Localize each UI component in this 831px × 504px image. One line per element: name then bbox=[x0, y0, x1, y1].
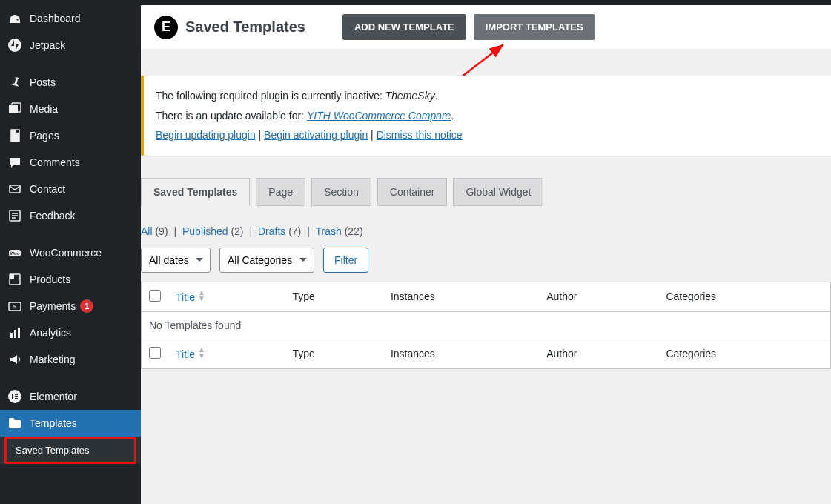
sidebar-item-label: Templates bbox=[30, 417, 77, 429]
sidebar-item-pages[interactable]: Pages bbox=[0, 122, 141, 149]
sidebar-item-label: Payments bbox=[30, 300, 76, 312]
comments-icon bbox=[7, 155, 22, 170]
tab-page[interactable]: Page bbox=[256, 178, 305, 206]
sidebar-item-elementor[interactable]: Elementor bbox=[0, 383, 141, 410]
sidebar-item-analytics[interactable]: Analytics bbox=[0, 319, 141, 346]
sidebar-submenu-saved-templates[interactable]: Saved Templates bbox=[4, 437, 136, 464]
filter-published-count: (2) bbox=[231, 225, 243, 237]
sort-icon: ▲▼ bbox=[198, 347, 205, 359]
begin-activating-plugin-link[interactable]: Begin activating plugin bbox=[264, 129, 368, 141]
products-icon bbox=[7, 272, 22, 287]
svg-text:$: $ bbox=[13, 303, 17, 310]
table-filters: All dates All Categories Filter bbox=[141, 248, 831, 273]
filter-all-link[interactable]: All bbox=[141, 225, 153, 237]
date-filter-select[interactable]: All dates bbox=[141, 248, 211, 273]
pages-icon bbox=[7, 128, 22, 143]
filter-drafts-count: (7) bbox=[288, 225, 301, 237]
table-empty-message: No Templates found bbox=[142, 311, 831, 339]
template-type-tabs: Saved TemplatesPageSectionContainerGloba… bbox=[141, 178, 831, 206]
sidebar-item-posts[interactable]: Posts bbox=[0, 69, 141, 96]
sidebar-item-label: Elementor bbox=[30, 391, 77, 402]
sidebar-item-feedback[interactable]: Feedback bbox=[0, 202, 141, 229]
sidebar-item-woocommerce[interactable]: WooWooCommerce bbox=[0, 239, 141, 266]
jetpack-icon bbox=[7, 38, 22, 53]
col-title-sort-footer[interactable]: Title▲▼ bbox=[176, 348, 205, 360]
sidebar-item-label: Products bbox=[30, 273, 70, 285]
dismiss-notice-link[interactable]: Dismiss this notice bbox=[377, 129, 463, 141]
sidebar-item-label: Analytics bbox=[30, 327, 71, 339]
sidebar-item-comments[interactable]: Comments bbox=[0, 149, 141, 176]
tab-section[interactable]: Section bbox=[311, 178, 371, 206]
col-categories: Categories bbox=[658, 282, 830, 311]
col-title-sort[interactable]: Title▲▼ bbox=[176, 291, 205, 303]
svg-rect-18 bbox=[15, 396, 18, 397]
col-instances: Instances bbox=[383, 282, 539, 311]
sidebar-item-label: Jetpack bbox=[30, 39, 65, 51]
category-filter-select[interactable]: All Categories bbox=[219, 248, 314, 273]
sidebar-item-label: Posts bbox=[30, 76, 56, 88]
subsubsub-filter: All (9) | Published (2) | Drafts (7) | T… bbox=[141, 225, 831, 237]
svg-point-0 bbox=[8, 39, 21, 52]
admin-bar bbox=[0, 0, 831, 5]
sidebar-item-label: Dashboard bbox=[30, 13, 81, 24]
svg-rect-4 bbox=[10, 185, 20, 193]
sidebar-item-jetpack[interactable]: Jetpack bbox=[0, 32, 141, 59]
sidebar-item-label: WooCommerce bbox=[30, 247, 102, 259]
svg-rect-12 bbox=[10, 333, 13, 338]
pin-icon bbox=[7, 75, 22, 90]
filter-button[interactable]: Filter bbox=[323, 248, 368, 273]
sidebar-item-contact[interactable]: Contact bbox=[0, 176, 141, 202]
tab-saved-templates[interactable]: Saved Templates bbox=[141, 178, 250, 206]
media-icon bbox=[7, 102, 22, 116]
svg-rect-13 bbox=[14, 330, 16, 338]
col-author: Author bbox=[539, 282, 658, 311]
tab-container[interactable]: Container bbox=[377, 178, 448, 206]
filter-published-link[interactable]: Published bbox=[182, 225, 228, 237]
sidebar-badge: 1 bbox=[80, 299, 93, 313]
sidebar-item-label: Pages bbox=[30, 130, 59, 142]
notice-update-link[interactable]: YITH WooCommerce Compare bbox=[307, 110, 451, 122]
admin-sidebar: DashboardJetpackPostsMediaPagesCommentsC… bbox=[0, 5, 141, 504]
page-header: E Saved Templates ADD NEW TEMPLATE IMPOR… bbox=[141, 5, 831, 49]
svg-rect-17 bbox=[15, 394, 18, 395]
filter-drafts-link[interactable]: Drafts bbox=[258, 225, 285, 237]
elementor-icon bbox=[7, 389, 22, 404]
select-all-checkbox[interactable] bbox=[149, 290, 161, 302]
sidebar-item-templates[interactable]: Templates bbox=[0, 410, 141, 437]
sidebar-item-products[interactable]: Products bbox=[0, 266, 141, 293]
import-templates-button[interactable]: IMPORT TEMPLATES bbox=[474, 14, 595, 40]
sidebar-item-label: Comments bbox=[30, 156, 80, 168]
tab-global-widget[interactable]: Global Widget bbox=[453, 178, 543, 206]
analytics-icon bbox=[7, 325, 22, 340]
sidebar-item-payments[interactable]: $Payments1 bbox=[0, 293, 141, 319]
marketing-icon bbox=[7, 352, 22, 367]
filter-trash-count: (22) bbox=[345, 225, 363, 237]
sidebar-item-label: Media bbox=[30, 103, 58, 115]
notice-text: There is an update available for: bbox=[156, 110, 307, 122]
admin-notice: The following required plugin is current… bbox=[141, 76, 831, 156]
svg-rect-19 bbox=[15, 398, 18, 399]
col-categories-footer: Categories bbox=[658, 339, 830, 368]
templates-table: Title▲▼ Type Instances Author Categories… bbox=[141, 282, 831, 369]
dashboard-icon bbox=[7, 11, 22, 26]
svg-text:Woo: Woo bbox=[10, 251, 20, 256]
sidebar-item-marketing[interactable]: Marketing bbox=[0, 346, 141, 373]
select-all-checkbox-footer[interactable] bbox=[149, 347, 161, 359]
filter-trash-link[interactable]: Trash bbox=[315, 225, 341, 237]
col-type: Type bbox=[285, 282, 383, 311]
begin-updating-plugin-link[interactable]: Begin updating plugin bbox=[156, 129, 256, 141]
svg-rect-16 bbox=[12, 394, 13, 399]
sidebar-item-label: Contact bbox=[30, 183, 65, 195]
sidebar-item-label: Feedback bbox=[30, 210, 75, 222]
sidebar-item-media[interactable]: Media bbox=[0, 96, 141, 122]
col-instances-footer: Instances bbox=[383, 339, 539, 368]
svg-rect-9 bbox=[10, 274, 14, 279]
add-new-template-button[interactable]: ADD NEW TEMPLATE bbox=[342, 14, 466, 40]
page-title: Saved Templates bbox=[185, 19, 305, 36]
filter-all-count: (9) bbox=[155, 225, 168, 237]
svg-rect-14 bbox=[18, 328, 20, 338]
col-author-footer: Author bbox=[539, 339, 658, 368]
sidebar-item-dashboard[interactable]: Dashboard bbox=[0, 5, 141, 32]
contact-icon bbox=[7, 182, 22, 196]
col-type-footer: Type bbox=[285, 339, 383, 368]
